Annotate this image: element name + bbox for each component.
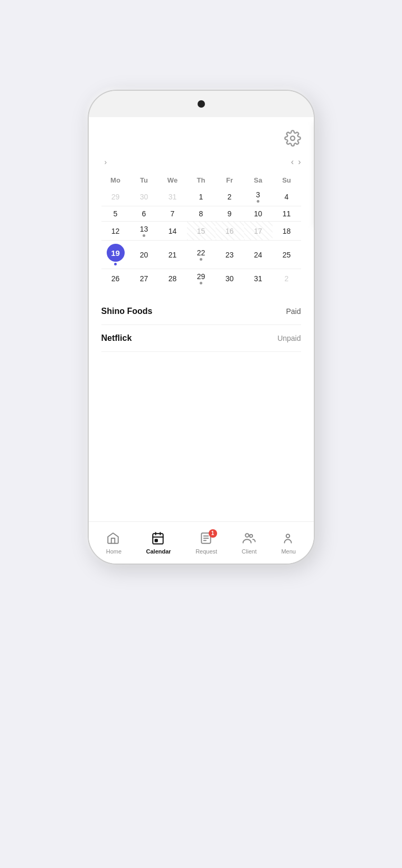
cal-day-30[interactable]: 30 bbox=[130, 187, 158, 206]
cal-day-18[interactable]: 18 bbox=[273, 222, 301, 240]
cal-day-24[interactable]: 24 bbox=[244, 241, 273, 269]
month-expand-icon[interactable]: › bbox=[105, 158, 107, 166]
nav-label-client: Client bbox=[242, 548, 257, 555]
cal-day-28[interactable]: 28 bbox=[158, 269, 187, 288]
nav-label-menu: Menu bbox=[281, 548, 296, 555]
cal-weekday-sa: Sa bbox=[244, 173, 273, 187]
svg-point-12 bbox=[286, 534, 290, 538]
settings-icon[interactable] bbox=[284, 130, 301, 147]
job-name: Shino Foods bbox=[101, 307, 153, 316]
job-list: Shino FoodsPaidNetflickUnpaid bbox=[101, 298, 301, 352]
svg-point-10 bbox=[245, 533, 249, 537]
calendar-week-row: 567891011 bbox=[101, 206, 301, 221]
nav-badge-request: 1 bbox=[209, 529, 217, 538]
cal-day-6[interactable]: 6 bbox=[130, 206, 158, 221]
cal-day-29[interactable]: 29 bbox=[187, 269, 216, 288]
cal-day-3[interactable]: 3 bbox=[244, 187, 273, 206]
prev-month-button[interactable]: ‹ bbox=[291, 157, 294, 167]
calendar-week-row: 12131415161718 bbox=[101, 222, 301, 240]
calendar-week-row: 2930311234 bbox=[101, 187, 301, 206]
cal-day-25[interactable]: 25 bbox=[273, 241, 301, 269]
nav-label-request: Request bbox=[195, 548, 217, 555]
nav-label-calendar: Calendar bbox=[146, 548, 171, 555]
cal-day-21[interactable]: 21 bbox=[158, 241, 187, 269]
cal-day-17[interactable]: 17 bbox=[244, 222, 273, 240]
cal-day-1[interactable]: 1 bbox=[187, 187, 216, 206]
cal-day-19[interactable]: 19 bbox=[101, 241, 130, 269]
next-month-button[interactable]: › bbox=[298, 157, 301, 167]
svg-rect-5 bbox=[155, 539, 157, 541]
camera-dot bbox=[198, 100, 205, 108]
job-item-0[interactable]: Shino FoodsPaid bbox=[101, 298, 301, 325]
cal-day-4[interactable]: 4 bbox=[273, 187, 301, 206]
job-name: Netflick bbox=[101, 333, 132, 343]
cal-day-26[interactable]: 26 bbox=[101, 269, 130, 288]
cal-day-16[interactable]: 16 bbox=[216, 222, 244, 240]
calendar-nav-arrows: ‹ › bbox=[291, 157, 301, 167]
menu-icon bbox=[281, 531, 295, 545]
cal-day-13[interactable]: 13 bbox=[130, 222, 158, 240]
cal-day-14[interactable]: 14 bbox=[158, 222, 187, 240]
calendar-week-row: 2627282930312 bbox=[101, 269, 301, 288]
home-icon bbox=[106, 531, 120, 545]
cal-day-10[interactable]: 10 bbox=[244, 206, 273, 221]
calendar-grid: MoTuWeThFrSaSu 2930311234567891011121314… bbox=[101, 173, 301, 288]
nav-item-home[interactable]: Home bbox=[106, 531, 121, 555]
cal-day-2[interactable]: 2 bbox=[273, 269, 301, 288]
cal-day-5[interactable]: 5 bbox=[101, 206, 130, 221]
cal-day-7[interactable]: 7 bbox=[158, 206, 187, 221]
svg-rect-1 bbox=[153, 533, 163, 544]
bottom-nav: Home Calendar 1Request Client Menu bbox=[89, 521, 314, 564]
calendar-month-row: › ‹ › bbox=[101, 157, 301, 167]
nav-item-client[interactable]: Client bbox=[242, 531, 257, 555]
cal-day-2[interactable]: 2 bbox=[216, 187, 244, 206]
client-icon bbox=[242, 531, 256, 545]
job-status: Unpaid bbox=[277, 334, 301, 342]
calendar-icon bbox=[151, 531, 165, 545]
cal-weekday-fr: Fr bbox=[216, 173, 244, 187]
cal-day-23[interactable]: 23 bbox=[216, 241, 244, 269]
cal-weekday-tu: Tu bbox=[130, 173, 158, 187]
cal-day-29[interactable]: 29 bbox=[101, 187, 130, 206]
cal-day-20[interactable]: 20 bbox=[130, 241, 158, 269]
cal-day-30[interactable]: 30 bbox=[216, 269, 244, 288]
cal-weekday-su: Su bbox=[273, 173, 301, 187]
cal-day-9[interactable]: 9 bbox=[216, 206, 244, 221]
cal-weekday-mo: Mo bbox=[101, 173, 130, 187]
nav-item-menu[interactable]: Menu bbox=[281, 531, 296, 555]
phone-mockup: › ‹ › MoTuWeThFrSaSu 2930311234567891011… bbox=[88, 90, 315, 565]
cal-weekday-we: We bbox=[158, 173, 187, 187]
nav-item-calendar[interactable]: Calendar bbox=[146, 531, 171, 555]
cal-day-27[interactable]: 27 bbox=[130, 269, 158, 288]
nav-label-home: Home bbox=[106, 548, 121, 555]
cal-weekday-th: Th bbox=[187, 173, 216, 187]
month-label-group[interactable]: › bbox=[101, 158, 107, 166]
cal-day-22[interactable]: 22 bbox=[187, 241, 216, 269]
svg-point-0 bbox=[291, 136, 295, 140]
cal-day-11[interactable]: 11 bbox=[273, 206, 301, 221]
cal-day-31[interactable]: 31 bbox=[244, 269, 273, 288]
cal-day-8[interactable]: 8 bbox=[187, 206, 216, 221]
screen-content: › ‹ › MoTuWeThFrSaSu 2930311234567891011… bbox=[89, 117, 314, 521]
calendar-week-row: 19202122232425 bbox=[101, 241, 301, 269]
job-item-1[interactable]: NetflickUnpaid bbox=[101, 325, 301, 352]
cal-day-12[interactable]: 12 bbox=[101, 222, 130, 240]
cal-day-15[interactable]: 15 bbox=[187, 222, 216, 240]
svg-point-11 bbox=[249, 535, 252, 537]
phone-screen: › ‹ › MoTuWeThFrSaSu 2930311234567891011… bbox=[89, 117, 314, 564]
cal-day-31[interactable]: 31 bbox=[158, 187, 187, 206]
nav-item-request[interactable]: 1Request bbox=[195, 531, 217, 555]
phone-top-bar bbox=[89, 91, 314, 117]
job-status: Paid bbox=[286, 307, 301, 316]
screen-header bbox=[101, 130, 301, 147]
